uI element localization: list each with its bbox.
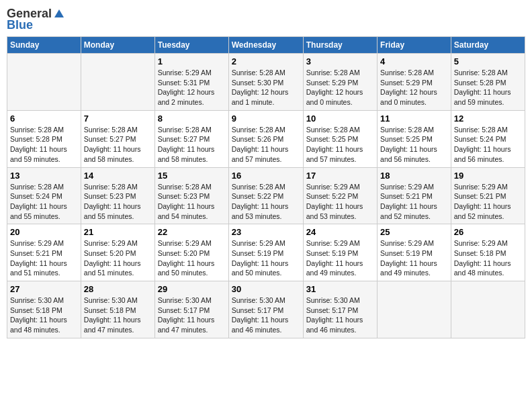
calendar-cell: 15Sunrise: 5:28 AMSunset: 5:23 PMDayligh… [154,167,228,224]
day-info: Sunrise: 5:28 AMSunset: 5:30 PMDaylight:… [232,68,300,107]
weekday-header: Monday [81,37,154,54]
day-info: Sunrise: 5:29 AMSunset: 5:21 PMDaylight:… [454,182,522,222]
day-number: 9 [232,113,300,124]
calendar-cell: 3Sunrise: 5:28 AMSunset: 5:29 PMDaylight… [303,54,377,111]
calendar-cell [378,281,451,338]
day-info: Sunrise: 5:28 AMSunset: 5:27 PMDaylight:… [84,125,152,165]
weekday-header: Wednesday [228,37,303,54]
page-header: General Blue [7,7,525,32]
calendar-cell: 13Sunrise: 5:28 AMSunset: 5:24 PMDayligh… [7,167,81,224]
day-number: 15 [158,171,226,181]
day-info: Sunrise: 5:28 AMSunset: 5:25 PMDaylight:… [380,125,448,165]
day-info: Sunrise: 5:28 AMSunset: 5:26 PMDaylight:… [232,125,300,165]
day-info: Sunrise: 5:28 AMSunset: 5:28 PMDaylight:… [10,125,78,165]
calendar-cell: 8Sunrise: 5:28 AMSunset: 5:27 PMDaylight… [154,110,228,167]
calendar-cell [451,281,525,338]
day-number: 19 [454,171,522,181]
calendar-cell: 11Sunrise: 5:28 AMSunset: 5:25 PMDayligh… [378,110,451,167]
calendar-cell: 6Sunrise: 5:28 AMSunset: 5:28 PMDaylight… [7,110,81,167]
calendar-cell: 22Sunrise: 5:29 AMSunset: 5:20 PMDayligh… [154,224,228,281]
day-number: 21 [84,227,152,237]
day-number: 6 [10,113,78,124]
logo-blue-text: Blue [7,18,33,32]
day-info: Sunrise: 5:30 AMSunset: 5:18 PMDaylight:… [10,295,78,335]
day-info: Sunrise: 5:28 AMSunset: 5:22 PMDaylight:… [232,182,300,222]
calendar-cell: 29Sunrise: 5:30 AMSunset: 5:17 PMDayligh… [154,281,228,338]
weekday-header: Thursday [303,37,377,54]
day-info: Sunrise: 5:28 AMSunset: 5:28 PMDaylight:… [454,68,522,107]
weekday-header-row: SundayMondayTuesdayWednesdayThursdayFrid… [7,37,525,54]
day-number: 13 [10,171,78,181]
calendar-body: 1Sunrise: 5:29 AMSunset: 5:31 PMDaylight… [7,54,525,338]
day-info: Sunrise: 5:29 AMSunset: 5:20 PMDaylight:… [158,238,226,278]
day-info: Sunrise: 5:30 AMSunset: 5:17 PMDaylight:… [158,295,226,335]
calendar-week-row: 20Sunrise: 5:29 AMSunset: 5:21 PMDayligh… [7,224,525,281]
day-info: Sunrise: 5:28 AMSunset: 5:24 PMDaylight:… [10,182,78,222]
day-number: 30 [232,284,300,294]
calendar-cell: 25Sunrise: 5:29 AMSunset: 5:19 PMDayligh… [378,224,451,281]
calendar-cell: 7Sunrise: 5:28 AMSunset: 5:27 PMDaylight… [81,110,154,167]
calendar-cell: 30Sunrise: 5:30 AMSunset: 5:17 PMDayligh… [228,281,303,338]
day-number: 23 [232,227,300,237]
calendar-cell: 17Sunrise: 5:29 AMSunset: 5:22 PMDayligh… [303,167,377,224]
calendar-cell: 4Sunrise: 5:28 AMSunset: 5:29 PMDaylight… [378,54,451,111]
day-number: 27 [10,284,78,294]
svg-marker-0 [54,9,64,17]
day-number: 14 [84,171,152,181]
calendar-table: SundayMondayTuesdayWednesdayThursdayFrid… [7,36,525,338]
calendar-cell: 5Sunrise: 5:28 AMSunset: 5:28 PMDaylight… [451,54,525,111]
day-number: 2 [232,56,300,66]
weekday-header: Sunday [7,37,81,54]
weekday-header: Tuesday [154,37,228,54]
day-number: 16 [232,171,300,181]
calendar-cell: 21Sunrise: 5:29 AMSunset: 5:20 PMDayligh… [81,224,154,281]
day-number: 22 [158,227,226,237]
logo-icon [53,8,65,20]
day-info: Sunrise: 5:29 AMSunset: 5:20 PMDaylight:… [84,238,152,278]
calendar-cell: 18Sunrise: 5:29 AMSunset: 5:21 PMDayligh… [378,167,451,224]
day-info: Sunrise: 5:28 AMSunset: 5:29 PMDaylight:… [306,68,374,107]
day-info: Sunrise: 5:29 AMSunset: 5:19 PMDaylight:… [380,238,448,278]
calendar-cell: 31Sunrise: 5:30 AMSunset: 5:17 PMDayligh… [303,281,377,338]
calendar-cell: 23Sunrise: 5:29 AMSunset: 5:19 PMDayligh… [228,224,303,281]
day-number: 12 [454,113,522,124]
calendar-cell: 16Sunrise: 5:28 AMSunset: 5:22 PMDayligh… [228,167,303,224]
calendar-week-row: 1Sunrise: 5:29 AMSunset: 5:31 PMDaylight… [7,54,525,111]
day-number: 8 [158,113,226,124]
day-info: Sunrise: 5:28 AMSunset: 5:27 PMDaylight:… [158,125,226,165]
day-number: 7 [84,113,152,124]
calendar-cell [81,54,154,111]
calendar-cell [7,54,81,111]
calendar-cell: 28Sunrise: 5:30 AMSunset: 5:18 PMDayligh… [81,281,154,338]
day-info: Sunrise: 5:29 AMSunset: 5:21 PMDaylight:… [10,238,78,278]
day-info: Sunrise: 5:30 AMSunset: 5:18 PMDaylight:… [84,295,152,335]
calendar-cell: 14Sunrise: 5:28 AMSunset: 5:23 PMDayligh… [81,167,154,224]
calendar-week-row: 13Sunrise: 5:28 AMSunset: 5:24 PMDayligh… [7,167,525,224]
day-number: 29 [158,284,226,294]
logo: General Blue [7,7,65,32]
calendar-cell: 12Sunrise: 5:28 AMSunset: 5:24 PMDayligh… [451,110,525,167]
day-info: Sunrise: 5:28 AMSunset: 5:24 PMDaylight:… [454,125,522,165]
calendar-cell: 24Sunrise: 5:29 AMSunset: 5:19 PMDayligh… [303,224,377,281]
weekday-header: Friday [378,37,451,54]
calendar-cell: 26Sunrise: 5:29 AMSunset: 5:18 PMDayligh… [451,224,525,281]
day-info: Sunrise: 5:29 AMSunset: 5:21 PMDaylight:… [380,182,448,222]
day-number: 4 [380,56,448,66]
day-number: 28 [84,284,152,294]
day-number: 18 [380,171,448,181]
calendar-week-row: 27Sunrise: 5:30 AMSunset: 5:18 PMDayligh… [7,281,525,338]
day-info: Sunrise: 5:29 AMSunset: 5:31 PMDaylight:… [158,68,226,107]
day-number: 31 [306,284,374,294]
weekday-header: Saturday [451,37,525,54]
day-info: Sunrise: 5:28 AMSunset: 5:23 PMDaylight:… [158,182,226,222]
day-info: Sunrise: 5:28 AMSunset: 5:23 PMDaylight:… [84,182,152,222]
day-number: 26 [454,227,522,237]
calendar-cell: 19Sunrise: 5:29 AMSunset: 5:21 PMDayligh… [451,167,525,224]
calendar-cell: 9Sunrise: 5:28 AMSunset: 5:26 PMDaylight… [228,110,303,167]
day-number: 24 [306,227,374,237]
calendar-cell: 27Sunrise: 5:30 AMSunset: 5:18 PMDayligh… [7,281,81,338]
calendar-cell: 1Sunrise: 5:29 AMSunset: 5:31 PMDaylight… [154,54,228,111]
day-info: Sunrise: 5:29 AMSunset: 5:18 PMDaylight:… [454,238,522,278]
day-number: 1 [158,56,226,66]
day-info: Sunrise: 5:30 AMSunset: 5:17 PMDaylight:… [306,295,374,335]
